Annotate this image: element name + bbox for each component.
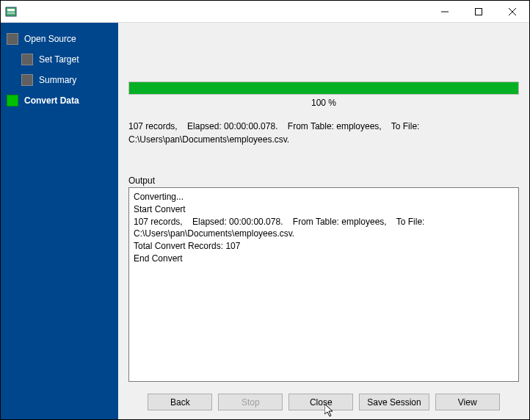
output-label: Output [128,175,519,186]
svg-rect-2 [7,12,15,12]
view-button[interactable]: View [435,394,500,410]
sidebar-item-convert-data[interactable]: Convert Data [1,90,118,111]
progress-percent-label: 100 % [128,98,519,108]
sidebar-item-label: Summary [39,75,76,85]
sidebar-item-open-source[interactable]: Open Source [1,29,118,49]
progress-fill [129,82,518,94]
save-session-button[interactable]: Save Session [359,394,429,410]
svg-rect-5 [476,8,482,15]
sidebar-item-label: Set Target [39,54,79,65]
step-node-icon [21,74,33,86]
step-node-icon [7,95,18,106]
main-panel: 100 % 107 records, Elapsed: 00:00:00.078… [118,23,529,419]
titlebar [1,1,529,23]
progress-section: 100 % [128,82,519,108]
status-text: 107 records, Elapsed: 00:00:00.078. From… [128,120,519,146]
step-node-icon [21,54,33,65]
app-icon [5,6,17,18]
maximize-button[interactable] [462,1,495,22]
stop-button: Stop [218,394,283,410]
svg-rect-1 [7,9,15,11]
window-controls [428,1,529,22]
progress-bar [128,82,519,95]
back-button[interactable]: Back [148,394,212,410]
sidebar-item-summary[interactable]: Summary [1,70,118,90]
titlebar-left [1,6,21,18]
close-button[interactable]: Close [288,394,353,410]
svg-rect-3 [7,13,15,14]
sidebar-item-label: Convert Data [24,95,79,106]
close-window-button[interactable] [495,1,529,22]
sidebar-item-label: Open Source [24,34,76,44]
minimize-button[interactable] [428,1,462,22]
sidebar-item-set-target[interactable]: Set Target [1,49,118,70]
button-row: Back Stop Close Save Session View [118,388,529,419]
step-node-icon [7,33,18,45]
wizard-sidebar: Open Source Set Target Summary Convert D… [1,23,118,419]
output-textarea[interactable]: Converting... Start Convert 107 records,… [128,187,519,382]
